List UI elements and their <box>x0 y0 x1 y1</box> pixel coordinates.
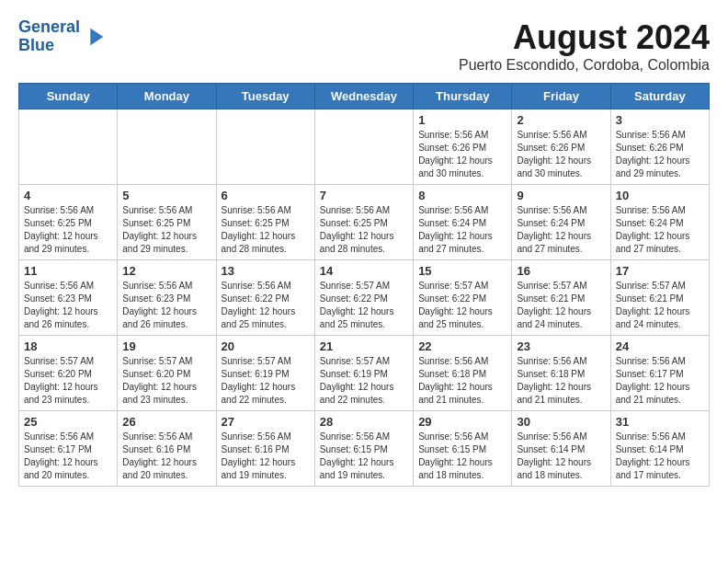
day-number: 23 <box>517 339 605 353</box>
calendar-cell: 18Sunrise: 5:57 AMSunset: 6:20 PMDayligh… <box>19 336 118 411</box>
calendar-cell: 25Sunrise: 5:56 AMSunset: 6:17 PMDayligh… <box>19 411 118 487</box>
day-info: Sunrise: 5:57 AMSunset: 6:19 PMDaylight:… <box>320 355 408 407</box>
main-title: August 2024 <box>459 18 710 57</box>
calendar-cell: 9Sunrise: 5:56 AMSunset: 6:24 PMDaylight… <box>512 185 610 260</box>
calendar-cell <box>118 109 216 185</box>
day-number: 2 <box>517 113 605 127</box>
calendar-cell: 17Sunrise: 5:57 AMSunset: 6:21 PMDayligh… <box>610 260 709 336</box>
day-info: Sunrise: 5:57 AMSunset: 6:19 PMDaylight:… <box>222 355 310 407</box>
day-info: Sunrise: 5:56 AMSunset: 6:25 PMDaylight:… <box>320 204 408 256</box>
day-number: 4 <box>24 189 112 202</box>
day-info: Sunrise: 5:56 AMSunset: 6:26 PMDaylight:… <box>517 129 605 180</box>
logo: General Blue <box>18 18 108 55</box>
day-info: Sunrise: 5:56 AMSunset: 6:15 PMDaylight:… <box>418 431 506 482</box>
day-header-monday: Monday <box>118 84 216 109</box>
header: General Blue August 2024 Puerto Escondid… <box>18 18 710 74</box>
day-info: Sunrise: 5:56 AMSunset: 6:24 PMDaylight:… <box>616 204 704 256</box>
day-info: Sunrise: 5:57 AMSunset: 6:21 PMDaylight:… <box>517 280 605 331</box>
subtitle: Puerto Escondido, Cordoba, Colombia <box>459 57 710 74</box>
calendar-cell: 2Sunrise: 5:56 AMSunset: 6:26 PMDaylight… <box>512 109 610 185</box>
calendar-cell <box>216 109 314 185</box>
day-number: 19 <box>122 339 210 353</box>
day-info: Sunrise: 5:56 AMSunset: 6:23 PMDaylight:… <box>24 280 112 331</box>
day-info: Sunrise: 5:56 AMSunset: 6:16 PMDaylight:… <box>222 431 310 482</box>
title-area: August 2024 Puerto Escondido, Cordoba, C… <box>459 18 710 74</box>
day-number: 24 <box>616 339 704 353</box>
day-number: 13 <box>222 264 310 278</box>
day-info: Sunrise: 5:56 AMSunset: 6:18 PMDaylight:… <box>418 355 506 407</box>
week-row-1: 1Sunrise: 5:56 AMSunset: 6:26 PMDaylight… <box>19 109 710 185</box>
day-number: 25 <box>24 415 112 429</box>
day-info: Sunrise: 5:56 AMSunset: 6:17 PMDaylight:… <box>616 355 704 407</box>
day-number: 11 <box>24 264 112 278</box>
day-number: 16 <box>517 264 605 278</box>
calendar-cell: 20Sunrise: 5:57 AMSunset: 6:19 PMDayligh… <box>216 336 314 411</box>
day-header-thursday: Thursday <box>414 84 512 109</box>
calendar-cell: 15Sunrise: 5:57 AMSunset: 6:22 PMDayligh… <box>414 260 512 336</box>
calendar-cell: 27Sunrise: 5:56 AMSunset: 6:16 PMDayligh… <box>216 411 314 487</box>
day-header-row: SundayMondayTuesdayWednesdayThursdayFrid… <box>19 84 710 109</box>
day-info: Sunrise: 5:57 AMSunset: 6:20 PMDaylight:… <box>122 355 210 407</box>
day-number: 30 <box>517 415 605 429</box>
calendar-cell <box>19 109 118 185</box>
day-number: 31 <box>616 415 704 429</box>
calendar-cell: 1Sunrise: 5:56 AMSunset: 6:26 PMDaylight… <box>414 109 512 185</box>
day-header-sunday: Sunday <box>19 84 118 109</box>
day-info: Sunrise: 5:57 AMSunset: 6:20 PMDaylight:… <box>24 355 112 407</box>
day-info: Sunrise: 5:56 AMSunset: 6:15 PMDaylight:… <box>320 431 408 482</box>
day-header-tuesday: Tuesday <box>216 84 314 109</box>
week-row-3: 11Sunrise: 5:56 AMSunset: 6:23 PMDayligh… <box>19 260 710 336</box>
logo-line2: Blue <box>18 36 54 54</box>
calendar-cell: 14Sunrise: 5:57 AMSunset: 6:22 PMDayligh… <box>314 260 413 336</box>
calendar-cell: 13Sunrise: 5:56 AMSunset: 6:22 PMDayligh… <box>216 260 314 336</box>
day-info: Sunrise: 5:56 AMSunset: 6:26 PMDaylight:… <box>418 129 506 180</box>
day-info: Sunrise: 5:56 AMSunset: 6:17 PMDaylight:… <box>24 431 112 482</box>
week-row-2: 4Sunrise: 5:56 AMSunset: 6:25 PMDaylight… <box>19 185 710 260</box>
day-info: Sunrise: 5:56 AMSunset: 6:24 PMDaylight:… <box>418 204 506 256</box>
day-info: Sunrise: 5:56 AMSunset: 6:26 PMDaylight:… <box>616 129 704 180</box>
logo-line1: General <box>18 17 80 36</box>
svg-marker-0 <box>90 28 103 45</box>
calendar-cell: 8Sunrise: 5:56 AMSunset: 6:24 PMDaylight… <box>414 185 512 260</box>
calendar-cell: 29Sunrise: 5:56 AMSunset: 6:15 PMDayligh… <box>414 411 512 487</box>
day-number: 10 <box>616 189 704 202</box>
calendar-cell: 7Sunrise: 5:56 AMSunset: 6:25 PMDaylight… <box>314 185 413 260</box>
day-number: 28 <box>320 415 408 429</box>
day-info: Sunrise: 5:56 AMSunset: 6:25 PMDaylight:… <box>222 204 310 256</box>
day-header-friday: Friday <box>512 84 610 109</box>
day-info: Sunrise: 5:56 AMSunset: 6:25 PMDaylight:… <box>122 204 210 256</box>
day-header-wednesday: Wednesday <box>314 84 413 109</box>
day-number: 15 <box>418 264 506 278</box>
day-info: Sunrise: 5:57 AMSunset: 6:22 PMDaylight:… <box>320 280 408 331</box>
week-row-5: 25Sunrise: 5:56 AMSunset: 6:17 PMDayligh… <box>19 411 710 487</box>
calendar-cell: 28Sunrise: 5:56 AMSunset: 6:15 PMDayligh… <box>314 411 413 487</box>
day-info: Sunrise: 5:56 AMSunset: 6:23 PMDaylight:… <box>122 280 210 331</box>
day-number: 3 <box>616 113 704 127</box>
day-number: 26 <box>122 415 210 429</box>
day-number: 21 <box>320 339 408 353</box>
calendar-cell: 19Sunrise: 5:57 AMSunset: 6:20 PMDayligh… <box>118 336 216 411</box>
calendar-cell: 5Sunrise: 5:56 AMSunset: 6:25 PMDaylight… <box>118 185 216 260</box>
day-number: 14 <box>320 264 408 278</box>
day-number: 29 <box>418 415 506 429</box>
calendar-cell: 21Sunrise: 5:57 AMSunset: 6:19 PMDayligh… <box>314 336 413 411</box>
day-info: Sunrise: 5:56 AMSunset: 6:24 PMDaylight:… <box>517 204 605 256</box>
day-number: 18 <box>24 339 112 353</box>
day-info: Sunrise: 5:56 AMSunset: 6:16 PMDaylight:… <box>122 431 210 482</box>
day-info: Sunrise: 5:57 AMSunset: 6:21 PMDaylight:… <box>616 280 704 331</box>
day-info: Sunrise: 5:57 AMSunset: 6:22 PMDaylight:… <box>418 280 506 331</box>
day-header-saturday: Saturday <box>610 84 709 109</box>
calendar-table: SundayMondayTuesdayWednesdayThursdayFrid… <box>18 83 710 487</box>
day-number: 6 <box>222 189 310 202</box>
day-info: Sunrise: 5:56 AMSunset: 6:14 PMDaylight:… <box>517 431 605 482</box>
calendar-cell: 4Sunrise: 5:56 AMSunset: 6:25 PMDaylight… <box>19 185 118 260</box>
day-number: 22 <box>418 339 506 353</box>
logo-text: General Blue <box>18 18 80 55</box>
calendar-cell: 11Sunrise: 5:56 AMSunset: 6:23 PMDayligh… <box>19 260 118 336</box>
week-row-4: 18Sunrise: 5:57 AMSunset: 6:20 PMDayligh… <box>19 336 710 411</box>
day-info: Sunrise: 5:56 AMSunset: 6:25 PMDaylight:… <box>24 204 112 256</box>
day-info: Sunrise: 5:56 AMSunset: 6:22 PMDaylight:… <box>222 280 310 331</box>
day-number: 8 <box>418 189 506 202</box>
day-number: 7 <box>320 189 408 202</box>
day-number: 20 <box>222 339 310 353</box>
